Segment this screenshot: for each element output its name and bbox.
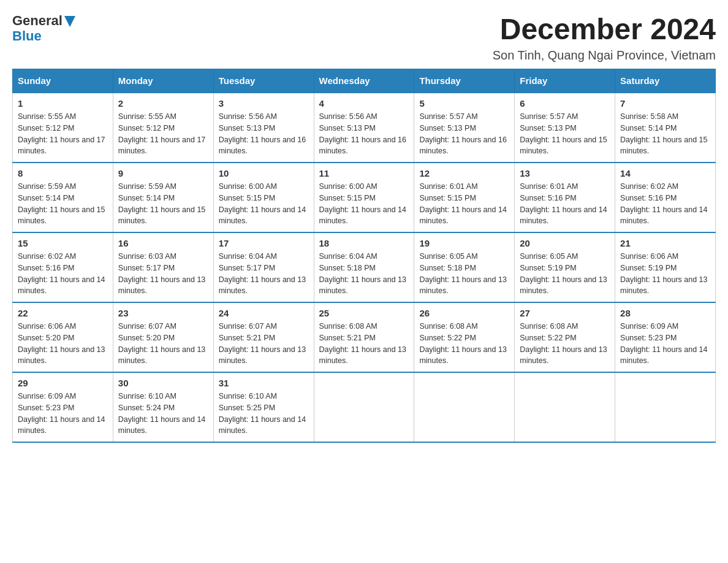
day-info: Sunrise: 5:58 AMSunset: 5:14 PMDaylight:… <box>620 111 710 157</box>
day-info: Sunrise: 6:01 AMSunset: 5:16 PMDaylight:… <box>520 181 610 227</box>
calendar-cell: 26Sunrise: 6:08 AMSunset: 5:22 PMDayligh… <box>414 302 515 372</box>
calendar-cell: 27Sunrise: 6:08 AMSunset: 5:22 PMDayligh… <box>515 302 615 372</box>
column-header-thursday: Thursday <box>414 69 515 93</box>
day-number: 6 <box>520 98 610 109</box>
day-info: Sunrise: 6:07 AMSunset: 5:20 PMDaylight:… <box>118 321 208 367</box>
day-number: 1 <box>18 98 108 109</box>
day-number: 17 <box>219 238 309 248</box>
day-number: 16 <box>118 238 208 248</box>
calendar-cell: 10Sunrise: 6:00 AMSunset: 5:15 PMDayligh… <box>213 163 314 232</box>
day-info: Sunrise: 5:56 AMSunset: 5:13 PMDaylight:… <box>319 111 409 157</box>
day-info: Sunrise: 6:01 AMSunset: 5:15 PMDaylight:… <box>419 181 509 227</box>
day-number: 2 <box>118 98 208 109</box>
calendar-cell: 15Sunrise: 6:02 AMSunset: 5:16 PMDayligh… <box>13 232 113 302</box>
day-info: Sunrise: 5:57 AMSunset: 5:13 PMDaylight:… <box>419 111 509 157</box>
calendar-cell: 21Sunrise: 6:06 AMSunset: 5:19 PMDayligh… <box>615 232 716 302</box>
title-section: December 2024 Son Tinh, Quang Ngai Provi… <box>493 12 716 63</box>
day-info: Sunrise: 6:09 AMSunset: 5:23 PMDaylight:… <box>18 391 108 437</box>
calendar-table: SundayMondayTuesdayWednesdayThursdayFrid… <box>12 69 716 443</box>
calendar-week-row: 22Sunrise: 6:06 AMSunset: 5:20 PMDayligh… <box>13 302 716 372</box>
column-header-sunday: Sunday <box>13 69 113 93</box>
day-info: Sunrise: 5:59 AMSunset: 5:14 PMDaylight:… <box>118 181 208 227</box>
day-info: Sunrise: 6:04 AMSunset: 5:17 PMDaylight:… <box>219 251 309 297</box>
day-number: 21 <box>620 238 710 248</box>
logo-row2: Blue <box>12 28 75 44</box>
day-info: Sunrise: 5:55 AMSunset: 5:12 PMDaylight:… <box>118 111 208 157</box>
column-header-friday: Friday <box>515 69 615 93</box>
day-info: Sunrise: 6:02 AMSunset: 5:16 PMDaylight:… <box>620 181 710 227</box>
day-number: 26 <box>419 308 509 318</box>
column-header-wednesday: Wednesday <box>314 69 414 93</box>
day-info: Sunrise: 6:02 AMSunset: 5:16 PMDaylight:… <box>18 251 108 297</box>
day-info: Sunrise: 6:09 AMSunset: 5:23 PMDaylight:… <box>620 321 710 367</box>
calendar-cell: 31Sunrise: 6:10 AMSunset: 5:25 PMDayligh… <box>213 372 314 442</box>
day-number: 30 <box>118 378 208 388</box>
day-info: Sunrise: 6:05 AMSunset: 5:18 PMDaylight:… <box>419 251 509 297</box>
day-number: 8 <box>18 168 108 178</box>
day-info: Sunrise: 6:04 AMSunset: 5:18 PMDaylight:… <box>319 251 409 297</box>
day-number: 28 <box>620 308 710 318</box>
calendar-cell: 7Sunrise: 5:58 AMSunset: 5:14 PMDaylight… <box>615 93 716 163</box>
calendar-cell: 6Sunrise: 5:57 AMSunset: 5:13 PMDaylight… <box>515 93 615 163</box>
day-number: 25 <box>319 308 409 318</box>
calendar-cell: 9Sunrise: 5:59 AMSunset: 5:14 PMDaylight… <box>113 163 213 232</box>
month-title: December 2024 <box>493 12 716 46</box>
day-number: 5 <box>419 98 509 109</box>
location-title: Son Tinh, Quang Ngai Province, Vietnam <box>493 48 716 63</box>
calendar-cell <box>414 372 515 442</box>
calendar-cell: 14Sunrise: 6:02 AMSunset: 5:16 PMDayligh… <box>615 163 716 232</box>
day-info: Sunrise: 6:08 AMSunset: 5:22 PMDaylight:… <box>520 321 610 367</box>
calendar-cell: 19Sunrise: 6:05 AMSunset: 5:18 PMDayligh… <box>414 232 515 302</box>
day-number: 13 <box>520 168 610 178</box>
calendar-week-row: 15Sunrise: 6:02 AMSunset: 5:16 PMDayligh… <box>13 232 716 302</box>
column-header-tuesday: Tuesday <box>213 69 314 93</box>
day-info: Sunrise: 6:05 AMSunset: 5:19 PMDaylight:… <box>520 251 610 297</box>
calendar-cell: 18Sunrise: 6:04 AMSunset: 5:18 PMDayligh… <box>314 232 414 302</box>
svg-marker-0 <box>64 16 75 27</box>
column-header-saturday: Saturday <box>615 69 716 93</box>
day-number: 3 <box>219 98 309 109</box>
calendar-week-row: 1Sunrise: 5:55 AMSunset: 5:12 PMDaylight… <box>13 93 716 163</box>
day-info: Sunrise: 6:03 AMSunset: 5:17 PMDaylight:… <box>118 251 208 297</box>
calendar-cell: 13Sunrise: 6:01 AMSunset: 5:16 PMDayligh… <box>515 163 615 232</box>
day-info: Sunrise: 5:57 AMSunset: 5:13 PMDaylight:… <box>520 111 610 157</box>
logo-wrapper: General Blue <box>12 12 75 44</box>
calendar-cell: 1Sunrise: 5:55 AMSunset: 5:12 PMDaylight… <box>13 93 113 163</box>
calendar-cell: 4Sunrise: 5:56 AMSunset: 5:13 PMDaylight… <box>314 93 414 163</box>
day-number: 4 <box>319 98 409 109</box>
calendar-cell: 29Sunrise: 6:09 AMSunset: 5:23 PMDayligh… <box>13 372 113 442</box>
calendar-cell: 12Sunrise: 6:01 AMSunset: 5:15 PMDayligh… <box>414 163 515 232</box>
day-number: 10 <box>219 168 309 178</box>
calendar-cell <box>314 372 414 442</box>
page-wrapper: General Blue December 2024 Son Tinh, Qua… <box>12 12 716 443</box>
calendar-cell: 20Sunrise: 6:05 AMSunset: 5:19 PMDayligh… <box>515 232 615 302</box>
calendar-cell <box>615 372 716 442</box>
calendar-cell: 25Sunrise: 6:08 AMSunset: 5:21 PMDayligh… <box>314 302 414 372</box>
calendar-cell: 28Sunrise: 6:09 AMSunset: 5:23 PMDayligh… <box>615 302 716 372</box>
day-info: Sunrise: 6:08 AMSunset: 5:21 PMDaylight:… <box>319 321 409 367</box>
day-number: 9 <box>118 168 208 178</box>
day-info: Sunrise: 6:08 AMSunset: 5:22 PMDaylight:… <box>419 321 509 367</box>
calendar-cell: 24Sunrise: 6:07 AMSunset: 5:21 PMDayligh… <box>213 302 314 372</box>
calendar-cell: 22Sunrise: 6:06 AMSunset: 5:20 PMDayligh… <box>13 302 113 372</box>
calendar-cell <box>515 372 615 442</box>
day-info: Sunrise: 5:56 AMSunset: 5:13 PMDaylight:… <box>219 111 309 157</box>
header: General Blue December 2024 Son Tinh, Qua… <box>12 12 716 63</box>
day-number: 15 <box>18 238 108 248</box>
day-info: Sunrise: 5:59 AMSunset: 5:14 PMDaylight:… <box>18 181 108 227</box>
calendar-cell: 8Sunrise: 5:59 AMSunset: 5:14 PMDaylight… <box>13 163 113 232</box>
day-number: 29 <box>18 378 108 388</box>
calendar-cell: 17Sunrise: 6:04 AMSunset: 5:17 PMDayligh… <box>213 232 314 302</box>
day-info: Sunrise: 5:55 AMSunset: 5:12 PMDaylight:… <box>18 111 108 157</box>
day-info: Sunrise: 6:10 AMSunset: 5:24 PMDaylight:… <box>118 391 208 437</box>
calendar-cell: 5Sunrise: 5:57 AMSunset: 5:13 PMDaylight… <box>414 93 515 163</box>
day-number: 7 <box>620 98 710 109</box>
day-number: 14 <box>620 168 710 178</box>
calendar-cell: 30Sunrise: 6:10 AMSunset: 5:24 PMDayligh… <box>113 372 213 442</box>
day-number: 20 <box>520 238 610 248</box>
calendar-week-row: 8Sunrise: 5:59 AMSunset: 5:14 PMDaylight… <box>13 163 716 232</box>
day-number: 22 <box>18 308 108 318</box>
calendar-cell: 2Sunrise: 5:55 AMSunset: 5:12 PMDaylight… <box>113 93 213 163</box>
day-info: Sunrise: 6:06 AMSunset: 5:19 PMDaylight:… <box>620 251 710 297</box>
day-number: 11 <box>319 168 409 178</box>
